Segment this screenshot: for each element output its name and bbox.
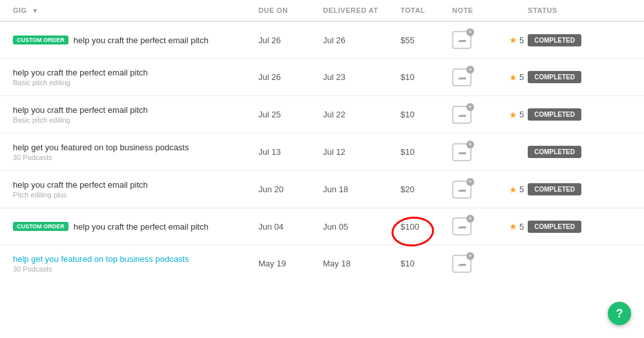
header-gig: GIG ▼ bbox=[13, 6, 258, 14]
note-icon[interactable]: + bbox=[452, 106, 472, 124]
gig-cell: help get you featured on top business po… bbox=[13, 143, 258, 161]
header-note: NOTE bbox=[452, 6, 504, 14]
delivered-date: Jul 23 bbox=[323, 72, 400, 82]
header-status: STATUS bbox=[504, 6, 581, 14]
gig-title-row: help get you featured on top business po… bbox=[13, 143, 258, 152]
note-cell: + bbox=[452, 255, 504, 273]
gig-label: GIG bbox=[13, 6, 27, 14]
note-icon[interactable]: + bbox=[452, 31, 472, 49]
rating-number: 5 bbox=[519, 72, 524, 82]
delivered-date: Jun 18 bbox=[323, 184, 400, 194]
gig-title: help you craft the perfect email pitch bbox=[13, 68, 148, 77]
status-badge: COMPLETED bbox=[528, 221, 581, 233]
delivered-date: Jul 22 bbox=[323, 110, 400, 119]
note-icon[interactable]: + bbox=[452, 181, 472, 199]
star-icon: ★ bbox=[509, 72, 517, 83]
gig-title[interactable]: help get you featured on top business po… bbox=[13, 254, 189, 264]
circled-amount: $100 bbox=[400, 222, 419, 232]
total-amount: $100 bbox=[400, 222, 452, 232]
note-svg bbox=[457, 184, 467, 195]
table-row: help you craft the perfect email pitchPi… bbox=[0, 171, 644, 208]
table-row: help get you featured on top business po… bbox=[0, 134, 644, 171]
star-rating: ★5 bbox=[509, 184, 524, 195]
due-date: Jun 20 bbox=[258, 184, 323, 194]
note-svg bbox=[457, 72, 467, 83]
filter-icon[interactable]: ▼ bbox=[32, 7, 38, 14]
note-svg bbox=[457, 221, 467, 232]
status-badge: COMPLETED bbox=[528, 71, 581, 83]
table-row: help you craft the perfect email pitchBa… bbox=[0, 96, 644, 134]
star-icon: ★ bbox=[509, 35, 517, 45]
total-amount: $10 bbox=[400, 72, 452, 82]
header-total: TOTAL bbox=[400, 6, 452, 14]
rating-number: 5 bbox=[519, 35, 524, 45]
status-badge: COMPLETED bbox=[528, 108, 581, 121]
due-date: May 19 bbox=[258, 259, 323, 268]
status-cell: ★5COMPLETED bbox=[504, 71, 581, 83]
gig-title-row: help you craft the perfect email pitch bbox=[13, 180, 258, 190]
total-amount: $10 bbox=[400, 110, 452, 119]
table-header: GIG ▼ DUE ON DELIVERED AT TOTAL NOTE STA… bbox=[0, 0, 644, 22]
gig-subtitle: Basic pitch editing bbox=[13, 79, 258, 86]
header-due-on: DUE ON bbox=[258, 6, 323, 14]
note-cell: + bbox=[452, 217, 504, 235]
gig-title: help you craft the perfect email pitch bbox=[74, 35, 209, 45]
status-badge: COMPLETED bbox=[528, 183, 581, 195]
table-row: CUSTOM ORDERhelp you craft the perfect e… bbox=[0, 22, 644, 59]
gig-title-row: help you craft the perfect email pitch bbox=[13, 68, 258, 77]
star-icon: ★ bbox=[509, 110, 517, 120]
table-row: help you craft the perfect email pitchBa… bbox=[0, 59, 644, 96]
note-icon[interactable]: + bbox=[452, 255, 472, 273]
note-icon[interactable]: + bbox=[452, 68, 472, 86]
status-cell: COMPLETED bbox=[504, 146, 581, 158]
table-row: help get you featured on top business po… bbox=[0, 245, 644, 282]
header-delivered-at: DELIVERED AT bbox=[323, 6, 400, 14]
gig-title-row: CUSTOM ORDERhelp you craft the perfect e… bbox=[13, 35, 258, 45]
table-row: CUSTOM ORDERhelp you craft the perfect e… bbox=[0, 208, 644, 245]
gig-subtitle: 30 Podcasts bbox=[13, 154, 258, 161]
gig-cell: help you craft the perfect email pitchPi… bbox=[13, 180, 258, 199]
note-icon[interactable]: + bbox=[452, 217, 472, 235]
gig-subtitle: Basic pitch editing bbox=[13, 116, 258, 124]
custom-order-badge: CUSTOM ORDER bbox=[13, 222, 68, 231]
gig-title-row: help you craft the perfect email pitch bbox=[13, 105, 258, 115]
star-rating: ★5 bbox=[509, 72, 524, 83]
total-amount: $20 bbox=[400, 184, 452, 194]
gig-subtitle: 30 Podcasts bbox=[13, 265, 258, 273]
status-cell: ★5COMPLETED bbox=[504, 34, 581, 46]
gig-title: help get you featured on top business po… bbox=[13, 143, 189, 152]
due-date: Jul 26 bbox=[258, 35, 323, 45]
plus-badge: + bbox=[466, 28, 474, 36]
plus-badge: + bbox=[466, 66, 474, 74]
delivered-date: May 18 bbox=[323, 259, 400, 268]
status-cell: ★5COMPLETED bbox=[504, 183, 581, 195]
due-date: Jul 26 bbox=[258, 72, 323, 82]
delivered-date: Jul 12 bbox=[323, 147, 400, 157]
plus-badge: + bbox=[466, 103, 474, 111]
status-cell: ★5COMPLETED bbox=[504, 221, 581, 233]
total-amount: $10 bbox=[400, 259, 452, 268]
star-rating: ★5 bbox=[509, 110, 524, 120]
note-cell: + bbox=[452, 181, 504, 199]
due-date: Jul 13 bbox=[258, 147, 323, 157]
total-amount: $10 bbox=[400, 147, 452, 157]
plus-badge: + bbox=[466, 215, 474, 223]
note-cell: + bbox=[452, 31, 504, 49]
due-date: Jul 25 bbox=[258, 110, 323, 119]
delivered-date: Jun 05 bbox=[323, 222, 400, 232]
note-svg bbox=[457, 147, 467, 157]
note-cell: + bbox=[452, 106, 504, 124]
rating-number: 5 bbox=[519, 110, 524, 119]
table-body: CUSTOM ORDERhelp you craft the perfect e… bbox=[0, 22, 644, 282]
note-icon[interactable]: + bbox=[452, 143, 472, 161]
total-amount: $55 bbox=[400, 35, 452, 45]
star-rating: ★5 bbox=[509, 221, 524, 232]
gig-title: help you craft the perfect email pitch bbox=[74, 222, 209, 232]
note-cell: + bbox=[452, 143, 504, 161]
gig-title: help you craft the perfect email pitch bbox=[13, 180, 148, 190]
gig-cell: help you craft the perfect email pitchBa… bbox=[13, 105, 258, 124]
note-svg bbox=[457, 35, 467, 45]
star-rating: ★5 bbox=[509, 35, 524, 45]
status-badge: COMPLETED bbox=[528, 146, 581, 158]
rating-number: 5 bbox=[519, 222, 524, 232]
